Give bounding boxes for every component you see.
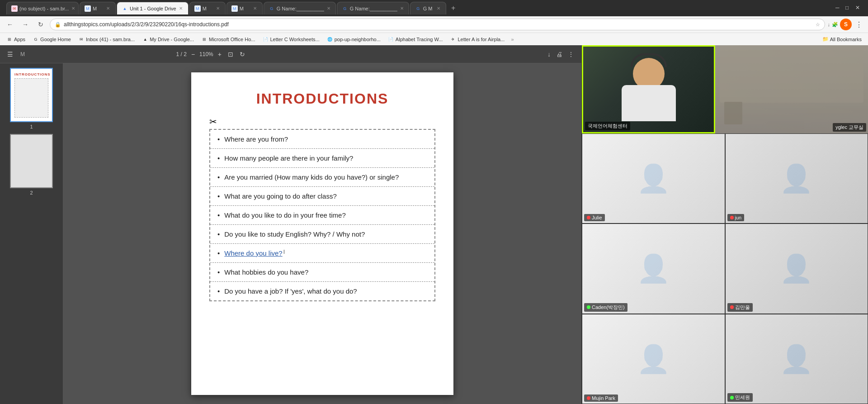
downloads-icon[interactable]: ↓ xyxy=(828,22,830,27)
tab-6-label: G Name:__________ xyxy=(277,6,324,11)
question-item-6: • Do you like to study English? Why? / W… xyxy=(210,225,434,244)
tab-4-close[interactable]: ✕ xyxy=(215,6,221,11)
question-item-1: • Where are you from? xyxy=(210,130,434,149)
tab-5-favicon: M xyxy=(231,5,238,12)
more-bookmarks[interactable]: » xyxy=(509,37,515,42)
bookmark-apps[interactable]: ⊞ Apps xyxy=(4,34,28,44)
bookmark-star[interactable]: ☆ xyxy=(816,22,820,28)
bookmark-all-bookmarks[interactable]: 📁 All Bookmarks xyxy=(820,34,864,44)
fit-page-button[interactable]: ⊡ xyxy=(226,49,235,60)
tab-2[interactable]: M M ✕ xyxy=(80,2,116,14)
pdf-thumb-2-image xyxy=(10,134,53,188)
bookmark-popup[interactable]: 🌐 pop-up-neighborho... xyxy=(324,34,383,44)
tab-5[interactable]: M M ✕ xyxy=(226,2,263,14)
address-text: allthingstopics.com/uploads/2/3/2/9/2329… xyxy=(64,21,813,28)
participant-label-kimmanul: 김만울 xyxy=(727,303,753,312)
tab-8[interactable]: G G M ✕ xyxy=(410,2,446,14)
https-icon: 🔒 xyxy=(55,22,61,28)
tab-3[interactable]: ▲ Unit 1 - Google Drive ✕ xyxy=(117,2,189,14)
tab-5-close[interactable]: ✕ xyxy=(252,6,258,11)
cell-watermark-minsewon: 👤 xyxy=(779,343,813,375)
tab-3-close[interactable]: ✕ xyxy=(178,6,184,11)
participant-name-caden: Caden(박장민) xyxy=(592,304,625,311)
question-item-2: • How many people are there in your fami… xyxy=(210,149,434,168)
tab-7[interactable]: G G Name:__________ ✕ xyxy=(337,2,409,14)
participant-label-jun: jun xyxy=(727,214,745,221)
address-bar[interactable]: 🔒 allthingstopics.com/uploads/2/3/2/9/23… xyxy=(50,19,825,30)
video-cell-minsewon: 👤 민세원 xyxy=(725,314,868,404)
top-row: 국제언어체험센터 yglec 교무실 xyxy=(582,45,868,133)
video-cell-jun: 👤 jun xyxy=(725,133,868,223)
zoom-in-button[interactable]: + xyxy=(216,49,223,60)
bookmark-google-home[interactable]: G Google Home xyxy=(30,34,74,44)
participant-label-julie: Julie xyxy=(584,214,605,221)
profile-avatar[interactable]: S xyxy=(840,19,852,30)
room-preview: yglec 교무실 xyxy=(715,45,868,133)
scissors-icon: ✂ xyxy=(209,116,435,127)
new-tab-button[interactable]: + xyxy=(447,2,460,14)
mic-icon-minsewon xyxy=(730,396,734,399)
video-panel: 국제언어체험센터 yglec 교무실 xyxy=(581,45,868,404)
tab-7-close[interactable]: ✕ xyxy=(399,6,405,11)
pdf-content-area[interactable]: INTRODUCTIONS ✂ • Where are you from? • … xyxy=(63,63,581,404)
zoom-out-button[interactable]: − xyxy=(189,49,197,60)
tab-1[interactable]: ✉ (no subject) - sam.br... ✕ xyxy=(6,2,79,14)
tab-7-label: G Name:__________ xyxy=(350,6,397,11)
mic-icon-kimmanul xyxy=(730,305,734,309)
participant-name-minsewon: 민세원 xyxy=(735,394,750,401)
close-button[interactable]: ✕ xyxy=(855,5,863,12)
tab-4[interactable]: M M ✕ xyxy=(189,2,226,14)
tab-8-close[interactable]: ✕ xyxy=(436,6,441,11)
bookmark-alphabet-label: Alphabet Tracing W... xyxy=(396,37,443,42)
bookmark-office-label: Microsoft Office Ho... xyxy=(209,37,255,42)
tab-6-close[interactable]: ✕ xyxy=(326,6,331,11)
download-button[interactable]: ↓ xyxy=(546,49,552,60)
bookmark-letter-c[interactable]: 📄 Letter C Worksheets... xyxy=(259,34,322,44)
reload-button[interactable]: ↻ xyxy=(34,18,47,31)
headphones xyxy=(631,53,667,67)
back-button[interactable]: ← xyxy=(4,18,16,31)
bookmark-drive[interactable]: ▲ My Drive - Google... xyxy=(139,34,197,44)
mic-icon-caden xyxy=(587,305,590,309)
pdf-thumb-2[interactable]: 2 xyxy=(5,134,58,195)
bookmark-google-home-label: Google Home xyxy=(40,37,71,42)
video-cell-kimmanul: 👤 김만울 xyxy=(725,223,868,314)
menu-button[interactable]: ⋮ xyxy=(854,20,864,29)
question-item-7: • Where do you live? I xyxy=(210,244,434,263)
bookmark-office[interactable]: ⊞ Microsoft Office Ho... xyxy=(198,34,258,44)
print-button[interactable]: 🖨 xyxy=(554,49,564,60)
pdf-thumb-1-label: 1 xyxy=(30,124,33,129)
maximize-button[interactable]: □ xyxy=(845,5,853,12)
participant-name-kimmanul: 김만울 xyxy=(735,304,750,311)
room-preview-content xyxy=(715,45,868,133)
pdf-toolbar-center: 1 / 2 − 110% + ⊡ ↻ xyxy=(176,49,247,60)
bookmark-inbox[interactable]: ✉ Inbox (41) - sam.bra... xyxy=(75,34,137,44)
pdf-menu-button[interactable]: ☰ xyxy=(5,49,15,60)
pdf-thumb-1[interactable]: INTRODUCTIONS 1 xyxy=(5,68,58,129)
rotate-button[interactable]: ↻ xyxy=(238,49,247,60)
cell-watermark-mujin: 👤 xyxy=(637,343,670,375)
bookmark-inbox-label: Inbox (41) - sam.bra... xyxy=(86,37,135,42)
bookmark-letter-a[interactable]: ✈ Letter A is for Airpla... xyxy=(447,34,507,44)
content-area: ☰ M 1 / 2 − 110% + ⊡ ↻ ↓ 🖨 ⋮ xyxy=(0,45,868,404)
zoom-level: 110% xyxy=(199,51,213,57)
question-text-6: Do you like to study English? Why? / Why… xyxy=(224,229,365,239)
forward-button[interactable]: → xyxy=(19,18,32,31)
pdf-thumb-1-image: INTRODUCTIONS xyxy=(10,68,53,122)
letter-a-favicon: ✈ xyxy=(450,36,456,43)
room-label: yglec 교무실 xyxy=(833,123,866,132)
tab-2-close[interactable]: ✕ xyxy=(105,6,111,11)
question-text-9: Do you have a job? If 'yes', what do you… xyxy=(224,286,357,296)
person-figure xyxy=(622,58,676,121)
tab-6[interactable]: G G Name:__________ ✕ xyxy=(264,2,336,14)
more-options-button[interactable]: ⋮ xyxy=(566,49,576,60)
tab-bar: ✉ (no subject) - sam.br... ✕ M M ✕ ▲ Uni… xyxy=(0,0,868,16)
inbox-favicon: ✉ xyxy=(78,36,85,43)
pdf-main: INTRODUCTIONS 1 2 INTRODUCTIONS ✂ xyxy=(0,63,581,404)
bookmark-alphabet[interactable]: 📄 Alphabet Tracing W... xyxy=(385,34,446,44)
tab-1-close[interactable]: ✕ xyxy=(71,6,76,11)
extensions-icon[interactable]: 🧩 xyxy=(832,22,838,28)
minimize-button[interactable]: ─ xyxy=(835,5,843,12)
tab-1-favicon: ✉ xyxy=(11,5,18,12)
nav-bar: ← → ↻ 🔒 allthingstopics.com/uploads/2/3/… xyxy=(0,16,868,33)
